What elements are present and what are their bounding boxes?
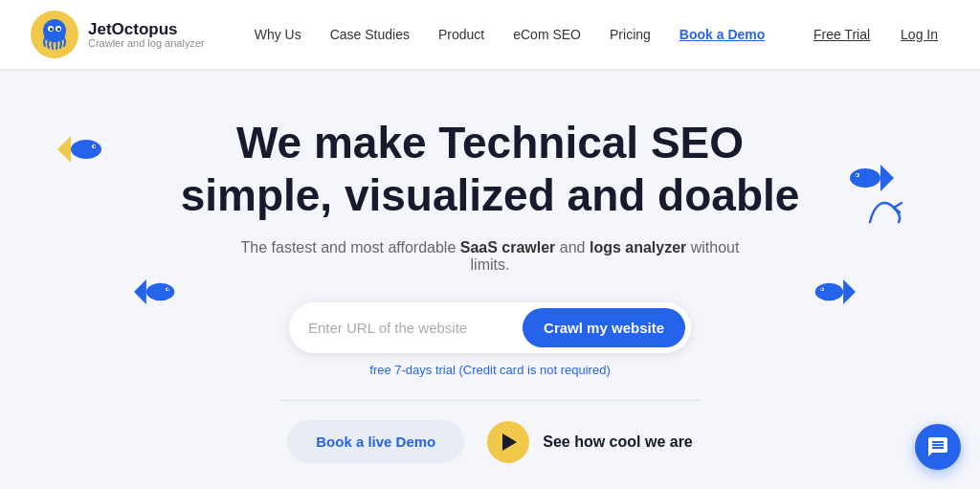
url-input[interactable] [308, 320, 523, 336]
nav-item-why-us[interactable]: Why Us [243, 21, 313, 48]
free-trial-note: free 7-days trial (Credit card is not re… [369, 363, 610, 377]
nav-right: Free Trial Log In [802, 21, 949, 48]
play-button[interactable] [487, 421, 529, 463]
video-cta[interactable]: See how cool we are [487, 421, 693, 463]
nav-item-ecom-seo[interactable]: eCom SEO [501, 21, 592, 48]
svg-point-3 [50, 28, 53, 31]
svg-point-6 [71, 140, 101, 159]
nav-item-free-trial[interactable]: Free Trial [802, 21, 881, 48]
svg-point-8 [94, 145, 96, 147]
svg-point-14 [850, 168, 880, 188]
hero-title: We make Technical SEO simple, visualized… [181, 117, 800, 222]
svg-marker-13 [880, 165, 894, 191]
chat-icon [926, 435, 949, 458]
logo-icon [31, 11, 78, 58]
nav-item-case-studies[interactable]: Case Studies [319, 21, 421, 48]
squiggle-top-right [865, 193, 903, 227]
url-form: Crawl my website [289, 302, 691, 353]
svg-marker-5 [57, 136, 71, 163]
hero-section: We make Technical SEO simple, visualized… [0, 69, 980, 489]
svg-point-12 [167, 288, 169, 290]
fish-right-bottom [812, 279, 856, 304]
nav-item-pricing[interactable]: Pricing [598, 21, 662, 48]
svg-marker-9 [134, 279, 146, 304]
svg-point-18 [815, 283, 843, 300]
logo-link[interactable]: JetOctopus Crawler and log analyzer [31, 11, 205, 58]
svg-point-20 [821, 288, 823, 290]
play-triangle-icon [502, 433, 517, 451]
crawl-button[interactable]: Crawl my website [523, 308, 685, 347]
brand-tagline: Crawler and log analyzer [88, 37, 205, 49]
navbar: JetOctopus Crawler and log analyzer Why … [0, 0, 980, 69]
fish-left-top [57, 136, 105, 163]
brand-name: JetOctopus [88, 20, 205, 39]
section-divider [279, 400, 701, 401]
logo-text: JetOctopus Crawler and log analyzer [88, 20, 205, 49]
video-label: See how cool we are [543, 433, 693, 451]
fish-right-top [846, 165, 894, 191]
book-demo-button[interactable]: Book a live Demo [287, 420, 464, 463]
nav-item-login[interactable]: Log In [889, 21, 949, 48]
fish-left-bottom [134, 279, 178, 304]
svg-point-4 [57, 28, 60, 31]
hero-subtitle: The fastest and most affordable SaaS cra… [232, 239, 748, 274]
svg-point-10 [146, 283, 174, 300]
nav-item-book-demo[interactable]: Book a Demo [668, 21, 776, 48]
svg-point-16 [857, 174, 858, 176]
svg-marker-17 [843, 279, 856, 304]
nav-item-product[interactable]: Product [427, 21, 496, 48]
chat-bubble-button[interactable] [915, 424, 961, 470]
cta-row: Book a live Demo See how cool we are [287, 420, 693, 463]
nav-links: Why Us Case Studies Product eCom SEO Pri… [243, 21, 802, 48]
